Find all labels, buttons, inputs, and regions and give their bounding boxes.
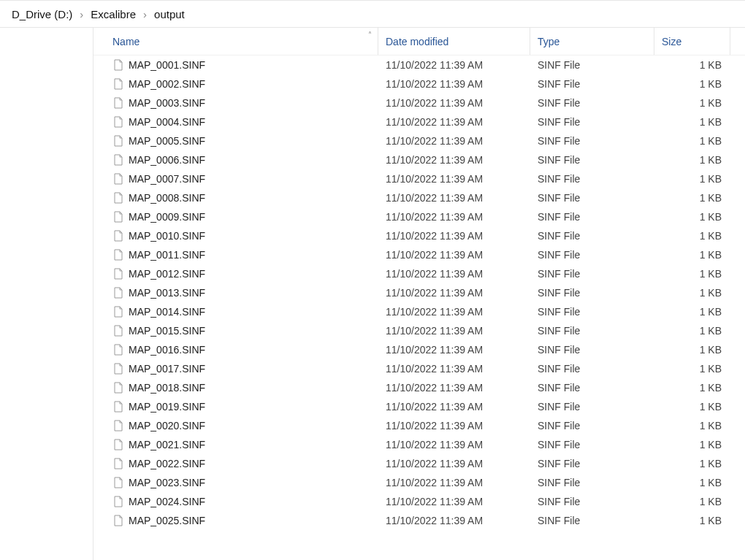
file-row[interactable]: MAP_0025.SINF11/10/2022 11:39 AMSINF Fil…	[93, 511, 745, 530]
file-size-cell: 1 KB	[654, 359, 730, 378]
file-name-cell[interactable]: MAP_0016.SINF	[93, 340, 378, 359]
file-row[interactable]: MAP_0023.SINF11/10/2022 11:39 AMSINF Fil…	[93, 473, 745, 492]
file-name-cell[interactable]: MAP_0011.SINF	[93, 245, 378, 264]
file-icon	[112, 211, 124, 223]
file-name-cell[interactable]: MAP_0020.SINF	[93, 416, 378, 435]
file-icon	[112, 496, 124, 507]
file-name-cell[interactable]: MAP_0005.SINF	[93, 131, 378, 150]
file-row[interactable]: MAP_0016.SINF11/10/2022 11:39 AMSINF Fil…	[93, 340, 745, 359]
file-name-cell[interactable]: MAP_0010.SINF	[93, 226, 378, 245]
file-row[interactable]: MAP_0009.SINF11/10/2022 11:39 AMSINF Fil…	[93, 207, 745, 226]
file-name-cell[interactable]: MAP_0024.SINF	[93, 492, 378, 511]
file-row[interactable]: MAP_0011.SINF11/10/2022 11:39 AMSINF Fil…	[93, 245, 745, 264]
file-name-cell[interactable]: MAP_0004.SINF	[93, 112, 378, 131]
column-header-label: Name	[112, 36, 140, 47]
column-header-date[interactable]: Date modified	[378, 28, 530, 55]
file-row[interactable]: MAP_0013.SINF11/10/2022 11:39 AMSINF Fil…	[93, 283, 745, 302]
file-name-cell[interactable]: MAP_0015.SINF	[93, 321, 378, 340]
breadcrumb-item[interactable]: D_Drive (D:)	[7, 5, 77, 23]
file-date-cell: 11/10/2022 11:39 AM	[378, 264, 530, 283]
column-header-type[interactable]: Type	[530, 28, 654, 55]
file-row[interactable]: MAP_0022.SINF11/10/2022 11:39 AMSINF Fil…	[93, 454, 745, 473]
file-size-cell: 1 KB	[654, 55, 730, 74]
file-row[interactable]: MAP_0012.SINF11/10/2022 11:39 AMSINF Fil…	[93, 264, 745, 283]
file-icon	[112, 230, 124, 242]
file-row[interactable]: MAP_0024.SINF11/10/2022 11:39 AMSINF Fil…	[93, 492, 745, 511]
column-header-size[interactable]: Size	[654, 28, 730, 55]
breadcrumb-item[interactable]: output	[150, 5, 189, 23]
file-name-cell[interactable]: MAP_0017.SINF	[93, 359, 378, 378]
file-row[interactable]: MAP_0006.SINF11/10/2022 11:39 AMSINF Fil…	[93, 150, 745, 169]
file-type-cell: SINF File	[530, 416, 654, 435]
file-name-cell[interactable]: MAP_0022.SINF	[93, 454, 378, 473]
file-row[interactable]: MAP_0019.SINF11/10/2022 11:39 AMSINF Fil…	[93, 397, 745, 416]
file-date-cell: 11/10/2022 11:39 AM	[378, 55, 530, 74]
file-name-cell[interactable]: MAP_0001.SINF	[93, 55, 378, 74]
file-row[interactable]: MAP_0018.SINF11/10/2022 11:39 AMSINF Fil…	[93, 378, 745, 397]
file-name-cell[interactable]: MAP_0023.SINF	[93, 473, 378, 492]
file-size-cell: 1 KB	[654, 473, 730, 492]
file-name-cell[interactable]: MAP_0006.SINF	[93, 150, 378, 169]
file-name: MAP_0016.SINF	[129, 344, 205, 356]
file-row[interactable]: MAP_0005.SINF11/10/2022 11:39 AMSINF Fil…	[93, 131, 745, 150]
file-icon	[112, 458, 124, 469]
file-date-cell: 11/10/2022 11:39 AM	[378, 245, 530, 264]
file-type-cell: SINF File	[530, 397, 654, 416]
file-date-cell: 11/10/2022 11:39 AM	[378, 473, 530, 492]
file-row[interactable]: MAP_0014.SINF11/10/2022 11:39 AMSINF Fil…	[93, 302, 745, 321]
file-date-cell: 11/10/2022 11:39 AM	[378, 511, 530, 530]
file-size-cell: 1 KB	[654, 112, 730, 131]
file-name-cell[interactable]: MAP_0021.SINF	[93, 435, 378, 454]
file-row[interactable]: MAP_0001.SINF11/10/2022 11:39 AMSINF Fil…	[93, 55, 745, 74]
file-row[interactable]: MAP_0010.SINF11/10/2022 11:39 AMSINF Fil…	[93, 226, 745, 245]
file-size-cell: 1 KB	[654, 283, 730, 302]
file-date-cell: 11/10/2022 11:39 AM	[378, 454, 530, 473]
breadcrumb[interactable]: D_Drive (D:) › Excalibre › output	[0, 0, 745, 28]
breadcrumb-item[interactable]: Excalibre	[86, 5, 140, 23]
file-row[interactable]: MAP_0015.SINF11/10/2022 11:39 AMSINF Fil…	[93, 321, 745, 340]
file-row[interactable]: MAP_0003.SINF11/10/2022 11:39 AMSINF Fil…	[93, 93, 745, 112]
column-header-name[interactable]: Name ˄	[93, 28, 378, 55]
file-name: MAP_0023.SINF	[129, 477, 205, 488]
file-type-cell: SINF File	[530, 378, 654, 397]
file-row[interactable]: MAP_0002.SINF11/10/2022 11:39 AMSINF Fil…	[93, 74, 745, 93]
file-icon	[112, 192, 124, 204]
file-row[interactable]: MAP_0021.SINF11/10/2022 11:39 AMSINF Fil…	[93, 435, 745, 454]
file-icon	[112, 325, 124, 337]
navigation-pane[interactable]	[0, 28, 93, 560]
file-name-cell[interactable]: MAP_0012.SINF	[93, 264, 378, 283]
file-name-cell[interactable]: MAP_0018.SINF	[93, 378, 378, 397]
column-header-row: Name ˄ Date modified Type Size	[93, 28, 745, 55]
file-name-cell[interactable]: MAP_0025.SINF	[93, 511, 378, 530]
file-name-cell[interactable]: MAP_0019.SINF	[93, 397, 378, 416]
file-name-cell[interactable]: MAP_0009.SINF	[93, 207, 378, 226]
file-size-cell: 1 KB	[654, 207, 730, 226]
file-name-cell[interactable]: MAP_0008.SINF	[93, 188, 378, 207]
file-name: MAP_0010.SINF	[129, 230, 205, 242]
file-date-cell: 11/10/2022 11:39 AM	[378, 169, 530, 188]
file-size-cell: 1 KB	[654, 188, 730, 207]
file-name: MAP_0017.SINF	[129, 363, 205, 375]
file-name: MAP_0002.SINF	[129, 78, 205, 90]
file-name-cell[interactable]: MAP_0007.SINF	[93, 169, 378, 188]
file-icon	[112, 249, 124, 261]
file-row[interactable]: MAP_0017.SINF11/10/2022 11:39 AMSINF Fil…	[93, 359, 745, 378]
file-name-cell[interactable]: MAP_0013.SINF	[93, 283, 378, 302]
file-name: MAP_0007.SINF	[129, 173, 205, 185]
file-row[interactable]: MAP_0007.SINF11/10/2022 11:39 AMSINF Fil…	[93, 169, 745, 188]
file-rows: MAP_0001.SINF11/10/2022 11:39 AMSINF Fil…	[93, 55, 745, 560]
file-name-cell[interactable]: MAP_0014.SINF	[93, 302, 378, 321]
file-date-cell: 11/10/2022 11:39 AM	[378, 150, 530, 169]
file-name-cell[interactable]: MAP_0002.SINF	[93, 74, 378, 93]
file-size-cell: 1 KB	[654, 74, 730, 93]
file-icon	[112, 344, 124, 356]
file-name-cell[interactable]: MAP_0003.SINF	[93, 93, 378, 112]
file-icon	[112, 439, 124, 450]
file-row[interactable]: MAP_0008.SINF11/10/2022 11:39 AMSINF Fil…	[93, 188, 745, 207]
file-size-cell: 1 KB	[654, 492, 730, 511]
file-row[interactable]: MAP_0020.SINF11/10/2022 11:39 AMSINF Fil…	[93, 416, 745, 435]
file-row[interactable]: MAP_0004.SINF11/10/2022 11:39 AMSINF Fil…	[93, 112, 745, 131]
file-size-cell: 1 KB	[654, 435, 730, 454]
file-icon	[112, 363, 124, 375]
file-name: MAP_0019.SINF	[129, 401, 205, 413]
